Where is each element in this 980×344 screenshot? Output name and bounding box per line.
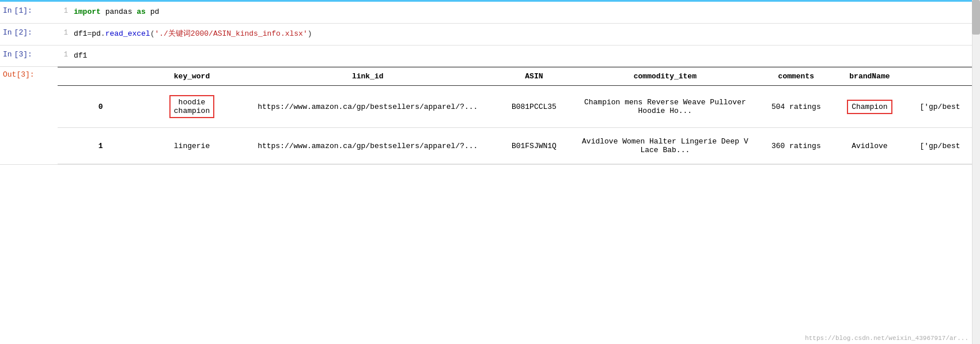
code-line-2: df1=pd.read_excel('./关键词2000/ASIN_kinds_… <box>74 28 980 40</box>
scrollbar-thumb[interactable] <box>972 0 980 35</box>
cell-link_id-0: https://www.amazon.ca/gp/bestsellers/app… <box>237 86 499 128</box>
col-header-key_word: key_word <box>147 67 236 86</box>
col-header-link_id: link_id <box>237 67 499 86</box>
row-index-1: 1 <box>58 128 147 164</box>
cell-3: In [3]: 1 df1 <box>0 46 980 67</box>
cell-extra-1: ['gp/best <box>908 128 972 164</box>
notebook-container: In [1]: 1 import pandas as pd In [2]: 1 … <box>0 0 980 344</box>
out-label: Out[3]: <box>0 67 58 82</box>
output-row: Out[3]: key_word link_id ASIN commodity_… <box>0 67 980 164</box>
cell-extra-0: ['gp/best <box>908 86 972 128</box>
cell-2: In [2]: 1 df1=pd.read_excel('./关键词2000/A… <box>0 24 980 46</box>
cell-commodity-1: Avidlove Women Halter Lingerie Deep VLac… <box>569 128 761 164</box>
table-row: 0 hoodiechampion https://www.amazon.ca/g… <box>58 86 972 128</box>
in-num-2: [2]: <box>14 28 32 37</box>
col-header-brandName: brandName <box>831 67 908 86</box>
cell-comments-1: 360 ratings <box>761 128 831 164</box>
in-num-3: [3]: <box>14 50 32 59</box>
code-line-3: df1 <box>74 50 980 62</box>
col-header-index <box>58 67 147 86</box>
in-label-1: In <box>3 6 12 15</box>
cell-2-code[interactable]: df1=pd.read_excel('./关键词2000/ASIN_kinds_… <box>74 24 980 45</box>
cell-1: In [1]: 1 import pandas as pd <box>0 2 980 24</box>
cell-asin-0: B081PCCL35 <box>499 86 569 128</box>
cell-asin-1: B01FSJWN1Q <box>499 128 569 164</box>
cell-brandName-1: Avidlove <box>831 128 908 164</box>
cell-key_word-0: hoodiechampion <box>147 86 236 128</box>
dataframe-table: key_word link_id ASIN commodity_item com… <box>58 67 972 164</box>
output-area: Out[3]: key_word link_id ASIN commodity_… <box>0 67 980 165</box>
highlighted-key_word-0: hoodiechampion <box>169 95 214 118</box>
table-row: 1 lingerie https://www.amazon.ca/gp/best… <box>58 128 972 164</box>
cell-2-prompt: In [2]: <box>0 24 58 41</box>
col-header-comments: comments <box>761 67 831 86</box>
cell-link_id-1: https://www.amazon.ca/gp/bestsellers/app… <box>237 128 499 164</box>
in-num-1: [1]: <box>14 6 32 15</box>
in-label-3: In <box>3 50 12 59</box>
cell-1-prompt: In [1]: <box>0 2 58 20</box>
cell-1-code[interactable]: import pandas as pd <box>74 2 980 23</box>
row-index-0: 0 <box>58 86 147 128</box>
table-header-row: key_word link_id ASIN commodity_item com… <box>58 67 972 86</box>
line-num-1: 1 <box>58 2 74 15</box>
dataframe-container: key_word link_id ASIN commodity_item com… <box>58 67 972 164</box>
code-line-1: import pandas as pd <box>74 6 980 18</box>
highlighted-brandName-0: Champion <box>847 100 892 114</box>
in-label-2: In <box>3 28 12 37</box>
cell-brandName-0: Champion <box>831 86 908 128</box>
cell-comments-0: 504 ratings <box>761 86 831 128</box>
scrollbar-track[interactable] <box>972 0 980 344</box>
col-header-commodity: commodity_item <box>569 67 761 86</box>
cell-3-code[interactable]: df1 <box>74 46 980 67</box>
col-header-asin: ASIN <box>499 67 569 86</box>
cell-3-prompt: In [3]: <box>0 46 58 63</box>
bottom-url-hint: https://blog.csdn.net/weixin_43967917/ar… <box>805 335 968 342</box>
line-num-2: 1 <box>58 24 74 37</box>
cell-commodity-0: Champion mens Reverse Weave PulloverHood… <box>569 86 761 128</box>
line-num-3: 1 <box>58 46 74 59</box>
cell-key_word-1: lingerie <box>147 128 236 164</box>
col-header-extra <box>908 67 972 86</box>
